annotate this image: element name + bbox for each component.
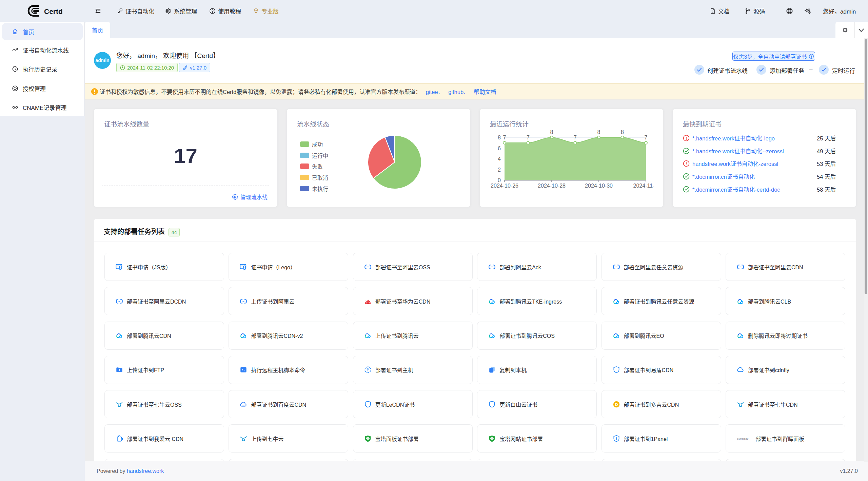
svg-text:2024-11-: 2024-11- <box>633 183 655 189</box>
svg-text:0: 0 <box>498 177 501 183</box>
svg-text:8: 8 <box>597 129 600 135</box>
svg-text:7: 7 <box>503 135 506 140</box>
svg-text:2: 2 <box>498 167 501 173</box>
svg-text:2024-10-26: 2024-10-26 <box>491 183 518 189</box>
svg-text:7: 7 <box>527 135 530 140</box>
svg-text:7: 7 <box>574 135 577 140</box>
svg-text:8: 8 <box>550 129 553 135</box>
svg-text:7: 7 <box>645 135 648 140</box>
svg-text:2024-10-30: 2024-10-30 <box>585 183 613 189</box>
svg-text:6: 6 <box>498 146 501 151</box>
svg-text:2024-10-28: 2024-10-28 <box>538 183 566 189</box>
svg-text:8: 8 <box>621 129 624 135</box>
svg-text:4: 4 <box>498 156 501 162</box>
svg-text:8: 8 <box>498 135 501 140</box>
